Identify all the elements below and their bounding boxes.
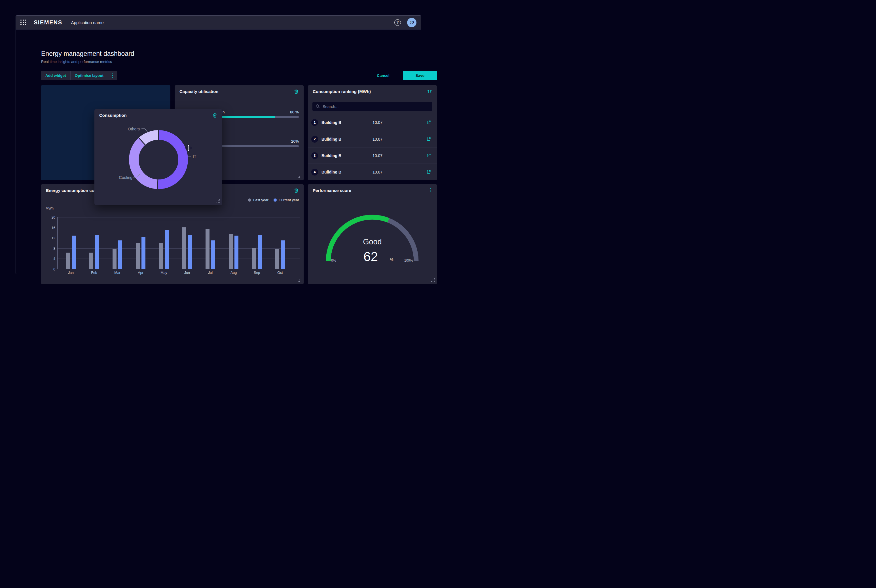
widget-title: Consumption — [99, 113, 127, 118]
search-input[interactable] — [312, 102, 432, 111]
y-tick-label: 0 — [46, 267, 55, 272]
callout-line — [188, 156, 192, 157]
consumption-widget-dragging[interactable]: Consumption Others IT Cooling — [94, 109, 222, 205]
consumption-value: 10.07 — [372, 153, 382, 158]
x-tick-label: May — [155, 271, 172, 275]
bar — [136, 243, 140, 269]
donut-label-it: IT — [193, 154, 196, 159]
donut-label-others: Others — [128, 127, 140, 131]
y-tick-label: 20 — [46, 216, 55, 219]
bar — [159, 243, 163, 269]
callout-line — [133, 173, 141, 178]
gridline — [57, 217, 300, 218]
x-tick-label: Feb — [86, 271, 103, 275]
search-icon — [315, 104, 320, 109]
open-external-button[interactable] — [426, 170, 431, 174]
y-tick-label: 12 — [46, 236, 55, 240]
bar — [89, 253, 93, 269]
x-tick-label: Sep — [248, 271, 266, 275]
more-options-button[interactable] — [108, 71, 117, 80]
x-tick-label: Mar — [109, 271, 126, 275]
legend-dot — [248, 198, 251, 202]
y-tick-label: 16 — [46, 226, 55, 230]
consumption-value: 10.07 — [372, 137, 382, 141]
bar — [258, 235, 262, 269]
add-widget-button[interactable]: Add widget — [41, 71, 70, 80]
bar — [66, 253, 70, 269]
x-tick-label: Aug — [225, 271, 242, 275]
gridline — [57, 238, 300, 238]
optimise-layout-button[interactable]: Optimise layout — [70, 71, 108, 80]
donut-chart — [122, 123, 195, 196]
table-row: 2Building B10.07 — [308, 131, 437, 147]
widget-title: Capacity utilisation — [180, 89, 219, 94]
delete-widget-button[interactable] — [294, 89, 299, 94]
resize-handle[interactable] — [297, 278, 302, 282]
progress-value: 20% — [291, 139, 299, 144]
open-external-button[interactable] — [426, 153, 431, 158]
building-name: Building B — [321, 137, 341, 141]
y-tick-label: 8 — [46, 247, 55, 250]
avatar[interactable]: JD — [407, 18, 417, 27]
external-link-icon — [426, 136, 431, 141]
bar — [141, 237, 146, 269]
cancel-button[interactable]: Cancel — [366, 71, 400, 80]
resize-handle[interactable] — [216, 199, 220, 203]
page-title: Energy management dashboard — [41, 50, 134, 57]
app-launcher-icon[interactable] — [20, 20, 26, 25]
trash-icon — [294, 188, 299, 193]
donut-label-cooling: Cooling — [119, 175, 132, 180]
building-name: Building B — [321, 153, 341, 158]
resize-handle[interactable] — [297, 174, 302, 178]
rank-badge: 2 — [311, 136, 318, 142]
top-bar: SIEMENS Application name ? JD — [16, 16, 421, 30]
rank-badge: 4 — [311, 169, 318, 176]
progress-label-fragment: n — [222, 110, 225, 114]
gridline — [57, 248, 300, 249]
rank-badge: 1 — [311, 119, 318, 126]
legend-item[interactable]: Last year — [248, 198, 268, 202]
edit-toolbar: Add widget Optimise layout — [41, 71, 117, 80]
bar — [281, 240, 285, 269]
bar — [95, 235, 99, 269]
x-tick-label: Jun — [178, 271, 196, 275]
legend-dot — [274, 198, 277, 202]
widget-title: Consumption ranking (MWh) — [313, 89, 371, 94]
kebab-icon — [112, 74, 113, 78]
bar — [252, 248, 256, 269]
open-external-button[interactable] — [426, 120, 431, 125]
widget-title: Performance score — [313, 188, 351, 193]
legend-item[interactable]: Current year — [274, 198, 299, 202]
sort-button[interactable] — [427, 89, 432, 94]
help-icon[interactable]: ? — [394, 19, 401, 26]
external-link-icon — [426, 120, 431, 125]
y-tick-label: 4 — [46, 257, 55, 261]
trash-icon — [212, 113, 218, 118]
building-name: Building B — [321, 170, 341, 174]
gauge-max-label: 100% — [404, 258, 413, 262]
bar-chart: 048121620JanFebMarAprMayJunJulAugSepOct — [57, 217, 300, 269]
siemens-logo: SIEMENS — [34, 19, 62, 26]
trash-icon — [294, 89, 299, 94]
table-row: 4Building B10.07 — [308, 164, 437, 180]
delete-widget-button[interactable] — [212, 113, 218, 118]
bar — [118, 240, 122, 269]
consumption-ranking-widget: Consumption ranking (MWh) 1Building B10.… — [308, 86, 437, 180]
gauge-unit: % — [390, 257, 393, 262]
table-row: 3Building B10.07 — [308, 147, 437, 164]
widget-menu-button[interactable] — [430, 188, 432, 193]
gridline — [57, 258, 300, 259]
donut-divider — [158, 179, 158, 190]
bar — [165, 230, 169, 269]
callout-line — [141, 128, 150, 134]
progress-value: 80 % — [290, 110, 299, 114]
save-button[interactable]: Save — [403, 71, 437, 80]
building-name: Building B — [321, 120, 341, 125]
resize-handle[interactable] — [430, 278, 435, 282]
search-box — [312, 102, 432, 111]
application-name: Application name — [71, 20, 104, 25]
open-external-button[interactable] — [426, 136, 431, 141]
bar — [188, 235, 192, 269]
delete-widget-button[interactable] — [294, 188, 299, 193]
gauge-score: 62 — [308, 249, 434, 264]
